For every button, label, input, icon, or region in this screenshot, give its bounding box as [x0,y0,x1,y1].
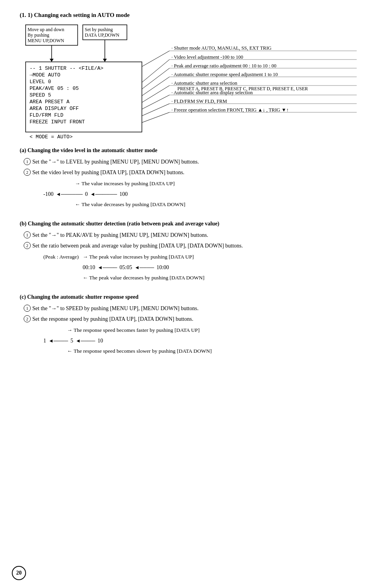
svg-text:FREEZE INPUT   FRONT: FREEZE INPUT FRONT [30,119,85,125]
svg-text:DATA UP,DOWN: DATA UP,DOWN [85,32,119,38]
peak-average-label: (Peak : Average) [43,252,79,262]
step-number-c2: 2 [24,315,31,322]
svg-text:FLD/FRM        FLD: FLD/FRM FLD [30,112,63,118]
svg-line-33 [142,86,169,102]
svg-text:--  1  SHUTTER --  <FILE/A>: -- 1 SHUTTER -- <FILE/A> [30,65,103,71]
svg-line-21 [142,51,169,67]
svg-marker-8 [50,59,54,62]
section-b-step2: 2 Set the ratio between peak and average… [24,242,356,250]
section-c-step2: 2 Set the response speed by pushing [DAT… [24,315,356,323]
section-c-range: 1 ◄──── 5 ◄──── 10 [43,336,356,346]
svg-text:· FLD/FRM SW    FLD, FRM: · FLD/FRM SW FLD, FRM [171,99,227,104]
svg-text:MENU UP,DOWN: MENU UP,DOWN [28,38,64,43]
svg-text:· Automatic shutter area selec: · Automatic shutter area selection [171,80,238,86]
step-number-b1: 1 [24,231,31,238]
svg-marker-10 [103,59,107,62]
section-b-arrow-down: ← The peak value decreases by pushing [D… [83,273,205,283]
section-c: (c) Changing the automatic shutter respo… [20,294,356,356]
section-a-title: (a) Changing the video level in the auto… [20,147,356,154]
svg-text:Move up and down: Move up and down [28,27,64,32]
svg-line-37 [142,95,169,109]
svg-text:By pushing: By pushing [28,32,49,38]
section-a-arrow-down: ← The value decreases by pushing [DATA D… [75,200,356,209]
step-number-c1: 1 [24,305,31,312]
svg-text:· Freeze operation selection  : · Freeze operation selection FRONT, TRIG… [171,107,289,113]
section-c-title: (c) Changing the automatic shutter respo… [20,294,356,300]
section-c-arrow-up: → The response speed becomes faster by p… [67,326,356,335]
section-a-arrow-up: → The value increases by pushing [DATA U… [75,179,356,188]
svg-text:SPEED          5: SPEED 5 [30,92,51,98]
step-number-b2: 2 [24,242,31,249]
section-b-range: 00:10 ◄──── 05:05 ◄──── 10:00 [83,262,205,272]
svg-line-27 [142,68,169,89]
svg-line-24 [142,60,169,82]
section-b-arrow-up: → The peak value increases by pushing [D… [83,252,205,262]
svg-text:AREA DISPLAY   OFF: AREA DISPLAY OFF [30,106,79,112]
section-b-step1: 1 Set the "→" to PEAK/AVE by pushing [ME… [24,231,356,239]
section-a-range: -100 ◄────── 0 ◄────── 100 [43,189,356,199]
step-number-2: 2 [24,169,31,176]
section-a: (a) Changing the video level in the auto… [20,147,356,210]
svg-text:< MODE = AUTO>: < MODE = AUTO> [30,134,73,140]
svg-text:LEVEL          0: LEVEL 0 [30,79,51,85]
section-c-step1: 1 Set the "→" to SPEED by pushing [MENU … [24,304,356,313]
page-title: (1. 1) Changing each setting in AUTO mod… [20,12,356,19]
svg-text:→MODE          AUTO: →MODE AUTO [30,72,60,78]
svg-text:· Automatic shutter area displ: · Automatic shutter area display selecti… [171,90,253,95]
svg-line-30 [142,77,169,96]
svg-text:· Shutter mode   AUTO, MANUAL,: · Shutter mode AUTO, MANUAL, SS, EXT TRI… [171,45,272,51]
section-a-step1: 1 Set the "→" to LEVEL by pushing [MENU … [24,158,356,166]
svg-text:· Video level adjustment   -10: · Video level adjustment -100 to 100 [171,54,243,60]
svg-text:· Automatic shutter response s: · Automatic shutter response speed adjus… [171,72,278,77]
section-b: (b) Changing the automatic shutter detec… [20,221,356,283]
page-number: 20 [12,566,26,580]
section-c-arrow-down: ← The response speed becomes slower by p… [67,346,356,356]
section-b-title: (b) Changing the automatic shutter detec… [20,221,356,227]
svg-text:Set by pushing: Set by pushing [85,27,113,32]
svg-text:· Peak and average ratio adjus: · Peak and average ratio adjustment 00 :… [171,63,276,69]
section-a-diagram: → The value increases by pushing [DATA U… [43,179,356,210]
svg-text:AREA           PRESET A: AREA PRESET A [30,99,70,105]
svg-text:PEAK/AVE       05 : 05: PEAK/AVE 05 : 05 [30,86,79,91]
step-number-1: 1 [24,158,31,165]
section-c-diagram: → The response speed becomes faster by p… [43,326,356,356]
section-a-step2: 2 Set the video level by pushing [DATA U… [24,168,356,177]
section-b-diagram: (Peak : Average) → The peak value increa… [43,252,356,283]
